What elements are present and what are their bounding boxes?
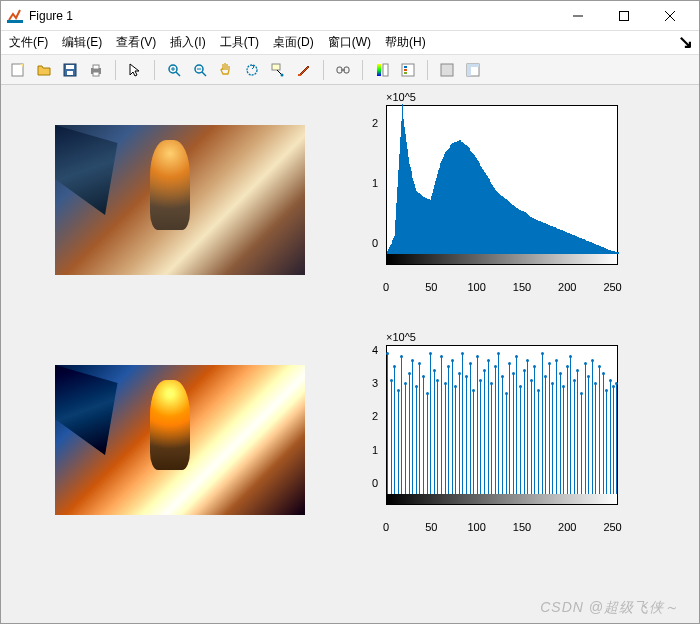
axes-bottom[interactable] bbox=[386, 345, 618, 505]
colorbar-gradient bbox=[387, 254, 617, 264]
histogram-stems bbox=[387, 344, 617, 494]
window-buttons bbox=[555, 1, 693, 31]
yticks-bottom: 01234 bbox=[350, 345, 382, 505]
dock-arrow-icon[interactable]: ↘ bbox=[678, 31, 693, 53]
y-exponent-bottom: ×10^5 bbox=[386, 331, 416, 343]
new-figure-icon[interactable] bbox=[7, 59, 29, 81]
rotate-icon[interactable] bbox=[241, 59, 263, 81]
menu-file[interactable]: 文件(F) bbox=[9, 34, 48, 51]
separator bbox=[115, 60, 116, 80]
open-icon[interactable] bbox=[33, 59, 55, 81]
svg-rect-37 bbox=[467, 64, 479, 67]
svg-rect-24 bbox=[298, 74, 301, 76]
subplot-image-original bbox=[55, 125, 305, 275]
svg-rect-28 bbox=[377, 64, 381, 76]
watermark: CSDN @超级飞侠～ bbox=[540, 599, 679, 617]
brush-icon[interactable] bbox=[293, 59, 315, 81]
colorbar-icon[interactable] bbox=[371, 59, 393, 81]
close-button[interactable] bbox=[647, 1, 693, 31]
minimize-button[interactable] bbox=[555, 1, 601, 31]
subplot-image-equalized bbox=[55, 365, 305, 515]
figure-canvas: ×10^5 012 050100150200250 ×10^5 01234 05… bbox=[1, 85, 699, 624]
y-exponent-top: ×10^5 bbox=[386, 91, 416, 103]
save-icon[interactable] bbox=[59, 59, 81, 81]
matlab-icon bbox=[7, 8, 23, 24]
window-title: Figure 1 bbox=[29, 9, 555, 23]
zoom-out-icon[interactable] bbox=[189, 59, 211, 81]
histogram-bars bbox=[387, 104, 617, 254]
menu-help[interactable]: 帮助(H) bbox=[385, 34, 426, 51]
svg-rect-11 bbox=[93, 65, 99, 69]
print-icon[interactable] bbox=[85, 59, 107, 81]
menu-window[interactable]: 窗口(W) bbox=[328, 34, 371, 51]
link-icon[interactable] bbox=[332, 59, 354, 81]
maximize-button[interactable] bbox=[601, 1, 647, 31]
svg-rect-29 bbox=[383, 64, 388, 76]
show-tools-icon[interactable] bbox=[462, 59, 484, 81]
zoom-in-icon[interactable] bbox=[163, 59, 185, 81]
image-original bbox=[55, 125, 305, 275]
image-equalized bbox=[55, 365, 305, 515]
separator bbox=[362, 60, 363, 80]
colorbar-gradient bbox=[387, 494, 617, 504]
svg-point-20 bbox=[247, 65, 257, 75]
svg-line-18 bbox=[202, 72, 206, 76]
separator bbox=[323, 60, 324, 80]
svg-rect-21 bbox=[272, 64, 280, 70]
svg-rect-12 bbox=[93, 72, 99, 76]
menu-desktop[interactable]: 桌面(D) bbox=[273, 34, 314, 51]
menu-edit[interactable]: 编辑(E) bbox=[62, 34, 102, 51]
svg-rect-5 bbox=[12, 64, 23, 76]
svg-rect-9 bbox=[67, 71, 73, 75]
axes-top[interactable] bbox=[386, 105, 618, 265]
svg-rect-8 bbox=[66, 65, 74, 69]
svg-line-14 bbox=[176, 72, 180, 76]
svg-point-23 bbox=[281, 73, 284, 76]
subplot-histogram-top: ×10^5 012 050100150200250 bbox=[350, 105, 620, 285]
svg-rect-34 bbox=[441, 64, 453, 76]
pan-icon[interactable] bbox=[215, 59, 237, 81]
separator bbox=[427, 60, 428, 80]
pointer-icon[interactable] bbox=[124, 59, 146, 81]
hide-tools-icon[interactable] bbox=[436, 59, 458, 81]
svg-rect-30 bbox=[402, 64, 414, 76]
title-bar: Figure 1 bbox=[1, 1, 699, 31]
toolbar bbox=[1, 55, 699, 85]
menu-view[interactable]: 查看(V) bbox=[116, 34, 156, 51]
subplot-histogram-bottom: ×10^5 01234 050100150200250 bbox=[350, 345, 620, 525]
svg-rect-2 bbox=[620, 11, 629, 20]
menu-tools[interactable]: 工具(T) bbox=[220, 34, 259, 51]
menu-insert[interactable]: 插入(I) bbox=[170, 34, 205, 51]
datatip-icon[interactable] bbox=[267, 59, 289, 81]
yticks-top: 012 bbox=[350, 105, 382, 265]
svg-rect-0 bbox=[7, 20, 23, 23]
legend-icon[interactable] bbox=[397, 59, 419, 81]
menu-bar: 文件(F) 编辑(E) 查看(V) 插入(I) 工具(T) 桌面(D) 窗口(W… bbox=[1, 31, 699, 55]
separator bbox=[154, 60, 155, 80]
